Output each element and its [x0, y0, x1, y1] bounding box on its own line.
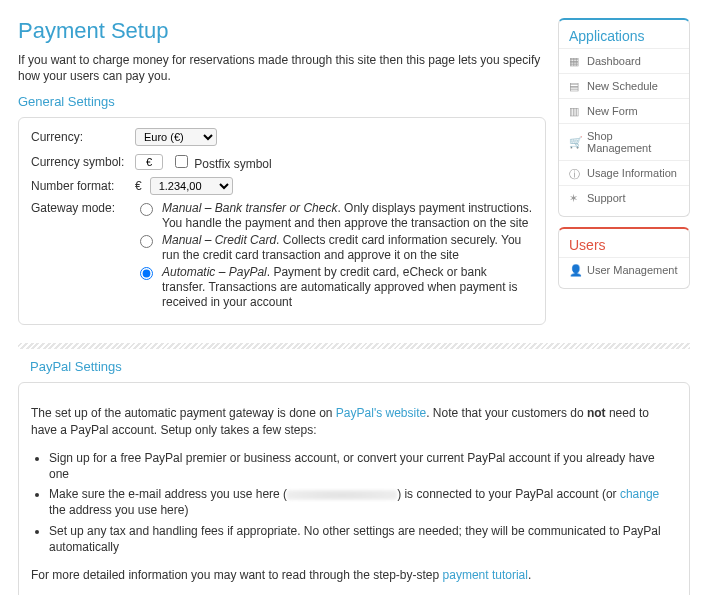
- sidebar-item-dashboard[interactable]: ▦Dashboard: [559, 48, 689, 73]
- page-intro: If you want to charge money for reservat…: [18, 52, 546, 84]
- sidebar-item-support[interactable]: ✶Support: [559, 185, 689, 210]
- users-heading: Users: [559, 229, 689, 257]
- sidebar-item-usage-information[interactable]: ⓘUsage Information: [559, 160, 689, 185]
- form-icon: ▥: [569, 105, 581, 117]
- currency-symbol-label: Currency symbol:: [31, 155, 135, 169]
- info-icon: ⓘ: [569, 167, 581, 179]
- section-divider: [18, 343, 690, 349]
- number-format-select[interactable]: 1.234,00: [150, 177, 233, 195]
- applications-heading: Applications: [559, 20, 689, 48]
- currency-symbol-input[interactable]: [135, 154, 163, 170]
- sidebar-item-new-form[interactable]: ▥New Form: [559, 98, 689, 123]
- grid-icon: ▦: [569, 55, 581, 67]
- paypal-step-tax: Set up any tax and handling fees if appr…: [49, 523, 677, 555]
- general-settings-panel: Currency: Euro (€) Currency symbol: Post…: [18, 117, 546, 325]
- paypal-step-email: Make sure the e-mail address you use her…: [49, 486, 677, 518]
- support-icon: ✶: [569, 192, 581, 204]
- currency-label: Currency:: [31, 130, 135, 144]
- applications-panel: Applications ▦Dashboard ▤New Schedule ▥N…: [558, 18, 690, 217]
- gateway-radio-manual-cc[interactable]: [140, 235, 153, 248]
- gateway-desc-manual-cc: Manual – Credit Card. Collects credit ca…: [162, 233, 533, 263]
- paypal-settings-heading: PayPal Settings: [30, 359, 690, 374]
- sidebar-item-user-management[interactable]: 👤User Management: [559, 257, 689, 282]
- calendar-icon: ▤: [569, 80, 581, 92]
- gateway-desc-manual-bank: Manual – Bank transfer or Check. Only di…: [162, 201, 533, 231]
- gateway-radio-paypal[interactable]: [140, 267, 153, 280]
- gateway-mode-label: Gateway mode:: [31, 201, 135, 215]
- gateway-radio-manual-bank[interactable]: [140, 203, 153, 216]
- paypal-website-link[interactable]: PayPal's website: [336, 406, 426, 420]
- paypal-step-signup: Sign up for a free PayPal premier or bus…: [49, 450, 677, 482]
- change-email-link[interactable]: change: [620, 487, 659, 501]
- number-format-prefix: €: [135, 179, 142, 193]
- cart-icon: 🛒: [569, 136, 581, 148]
- postfix-symbol-checkbox[interactable]: [175, 155, 188, 168]
- page-title: Payment Setup: [18, 18, 546, 44]
- sidebar-item-new-schedule[interactable]: ▤New Schedule: [559, 73, 689, 98]
- sidebar-item-shop-management[interactable]: 🛒Shop Management: [559, 123, 689, 160]
- gateway-desc-paypal: Automatic – PayPal. Payment by credit ca…: [162, 265, 533, 310]
- paypal-settings-panel: The set up of the automatic payment gate…: [18, 382, 690, 595]
- users-panel: Users 👤User Management: [558, 227, 690, 289]
- blurred-email: [287, 490, 397, 500]
- general-settings-heading: General Settings: [18, 94, 546, 109]
- payment-tutorial-link[interactable]: payment tutorial: [443, 568, 528, 582]
- postfix-symbol-label: Postfix symbol: [194, 157, 271, 171]
- number-format-label: Number format:: [31, 179, 135, 193]
- user-icon: 👤: [569, 264, 581, 276]
- currency-select[interactable]: Euro (€): [135, 128, 217, 146]
